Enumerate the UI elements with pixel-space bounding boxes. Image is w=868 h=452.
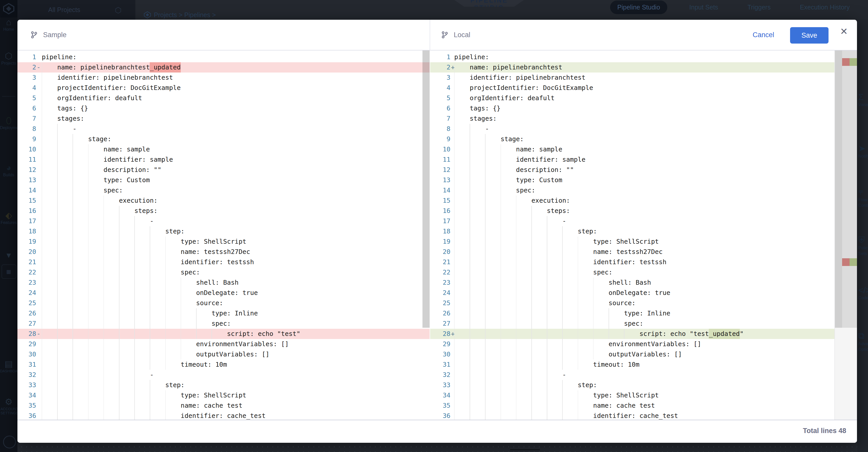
code-line[interactable]: 15 execution: bbox=[18, 195, 430, 206]
code-line[interactable]: 20 name: testssh27Dec bbox=[430, 247, 834, 257]
code-line[interactable]: 34 type: ShellScript bbox=[430, 390, 834, 400]
code-line[interactable]: 33 step: bbox=[430, 380, 834, 390]
code-line[interactable]: 24 onDelegate: true bbox=[430, 288, 834, 298]
code-line[interactable]: 7 stages: bbox=[18, 114, 430, 124]
code-line[interactable]: 16 steps: bbox=[430, 206, 834, 216]
code-line[interactable]: 25 source: bbox=[430, 298, 834, 308]
code-line[interactable]: 22 spec: bbox=[430, 267, 834, 278]
breadcrumb[interactable]: Projects > Pipelines > bbox=[144, 10, 216, 20]
original-editor[interactable]: 1pipeline:2- name: pipelinebranchtest_up… bbox=[18, 51, 430, 420]
tab-execution-history[interactable]: Execution History bbox=[793, 1, 857, 14]
code-line[interactable]: 26 type: Inline bbox=[18, 308, 430, 319]
code-line[interactable]: 21 identifier: testssh bbox=[430, 257, 834, 267]
code-line[interactable]: 9 stage: bbox=[18, 134, 430, 144]
code-line[interactable]: 29 environmentVariables: [] bbox=[430, 339, 834, 349]
code-line[interactable]: 28+ script: echo "test_updated" bbox=[430, 329, 834, 339]
code-line[interactable]: 36 identifier: cache_test bbox=[18, 411, 430, 420]
rail-item-codebase[interactable]: </> Codebase bbox=[858, 285, 868, 301]
code-line[interactable]: 10 name: sample bbox=[18, 144, 430, 155]
close-icon[interactable]: ✕ bbox=[837, 24, 851, 39]
tab-input-sets[interactable]: Input Sets bbox=[682, 1, 725, 14]
code-line[interactable]: 2+ name: pipelinebranchtest bbox=[430, 62, 834, 72]
code-line[interactable]: 2- name: pipelinebranchtest_updated bbox=[18, 62, 430, 72]
rail-item-notify[interactable]: ➤ Notify bbox=[858, 143, 868, 159]
code-line[interactable]: 24 onDelegate: true bbox=[18, 288, 430, 298]
code-line[interactable]: 27 spec: bbox=[18, 319, 430, 329]
code-line[interactable]: 18 step: bbox=[18, 226, 430, 236]
code-line[interactable]: 8 - bbox=[430, 124, 834, 134]
code-line[interactable]: 31 timeout: 10m bbox=[18, 359, 430, 370]
sidebar-item-projects[interactable]: ⬡ Projects bbox=[0, 51, 18, 66]
code-line[interactable]: 16 steps: bbox=[18, 206, 430, 216]
code-line[interactable]: 10 name: sample bbox=[430, 144, 834, 155]
right-scrollbar-thumb[interactable] bbox=[835, 51, 842, 328]
code-line[interactable]: 31 timeout: 10m bbox=[430, 359, 834, 370]
avatar[interactable] bbox=[3, 435, 16, 448]
code-line[interactable]: 25 source: bbox=[18, 298, 430, 308]
code-line[interactable]: 19 type: ShellScript bbox=[430, 236, 834, 247]
modified-editor[interactable]: 1pipeline:2+ name: pipelinebranchtest3 i… bbox=[430, 51, 834, 420]
code-line[interactable]: 34 type: ShellScript bbox=[18, 390, 430, 400]
sidebar-expand-chevron[interactable]: ▾ bbox=[0, 250, 18, 260]
code-line[interactable]: 1pipeline: bbox=[430, 52, 834, 62]
code-line[interactable]: 6 tags: {} bbox=[18, 103, 430, 114]
code-line[interactable]: 12 description: "" bbox=[18, 165, 430, 175]
code-line[interactable]: 11 identifier: sample bbox=[18, 155, 430, 165]
code-line[interactable]: 6 tags: {} bbox=[430, 103, 834, 114]
code-line[interactable]: 14 spec: bbox=[430, 185, 834, 195]
code-line[interactable]: 30 outputVariables: [] bbox=[430, 349, 834, 359]
code-line[interactable]: 12 description: "" bbox=[430, 165, 834, 175]
code-line[interactable]: 13 type: Custom bbox=[18, 175, 430, 185]
code-line[interactable]: 22 spec: bbox=[18, 267, 430, 278]
code-line[interactable]: 21 identifier: testssh bbox=[18, 257, 430, 267]
code-line[interactable]: 17 - bbox=[430, 216, 834, 226]
code-line[interactable]: 5 orgIdentifier: deafult bbox=[430, 93, 834, 103]
code-line[interactable]: 11 identifier: sample bbox=[430, 155, 834, 165]
tab-triggers[interactable]: Triggers bbox=[740, 1, 778, 14]
sidebar-item-account-settings[interactable]: ⚙ ACCOUNT SETTINGS bbox=[0, 397, 18, 415]
code-line[interactable]: 4 projectIdentifier: DocGitExample bbox=[430, 83, 834, 93]
code-line[interactable]: 32 - bbox=[18, 370, 430, 380]
code-line[interactable]: 32 - bbox=[430, 370, 834, 380]
code-line[interactable]: 14 spec: bbox=[18, 185, 430, 195]
module-grid-button[interactable]: ▦ bbox=[2, 264, 17, 279]
code-line[interactable]: 29 environmentVariables: [] bbox=[18, 339, 430, 349]
rail-item-flow-control[interactable]: ⫧ Flow Control bbox=[858, 187, 868, 208]
code-line[interactable]: 17 - bbox=[18, 216, 430, 226]
sidebar-item-home[interactable]: ⌂ Home bbox=[0, 17, 18, 32]
code-line[interactable]: 28- script: echo "test" bbox=[18, 329, 430, 339]
code-line[interactable]: 35 name: cache test bbox=[18, 400, 430, 411]
rail-item-advanced-options[interactable]: ⧉ Advanced Options bbox=[858, 331, 868, 352]
code-line[interactable]: 7 stages: bbox=[430, 114, 834, 124]
code-line[interactable]: 5 orgIdentifier: deafult bbox=[18, 93, 430, 103]
code-line[interactable]: 18 step: bbox=[430, 226, 834, 236]
save-button[interactable]: Save bbox=[790, 27, 829, 43]
tab-pipeline-studio[interactable]: Pipeline Studio bbox=[610, 1, 667, 14]
code-line[interactable]: 27 spec: bbox=[430, 319, 834, 329]
code-line[interactable]: 23 shell: Bash bbox=[430, 278, 834, 288]
harness-logo[interactable] bbox=[0, 0, 18, 18]
code-line[interactable]: 20 name: testssh27Dec bbox=[18, 247, 430, 257]
code-line[interactable]: 4 projectIdentifier: DocGitExample bbox=[18, 83, 430, 93]
code-line[interactable]: 30 outputVariables: [] bbox=[18, 349, 430, 359]
code-line[interactable]: 26 type: Inline bbox=[430, 308, 834, 319]
sidebar-item-dashboards[interactable]: ▤ DASHBOARDS bbox=[0, 359, 18, 373]
rail-item-policy-sets[interactable]: ⛨ Policy Sets bbox=[858, 235, 868, 257]
code-line[interactable]: 8 - bbox=[18, 124, 430, 134]
left-scrollbar-thumb[interactable] bbox=[423, 51, 430, 328]
project-selector[interactable]: All Projects ⬡ bbox=[18, 0, 135, 20]
code-line[interactable]: 9 stage: bbox=[430, 134, 834, 144]
code-line[interactable]: 13 type: Custom bbox=[430, 175, 834, 185]
code-line[interactable]: 33 step: bbox=[18, 380, 430, 390]
code-line[interactable]: 36 identifier: cache_test bbox=[430, 411, 834, 420]
sidebar-item-builds[interactable]: ◕ Builds bbox=[0, 162, 18, 177]
cancel-button[interactable]: Cancel bbox=[745, 28, 781, 41]
sidebar-item-deployments[interactable]: ⬯ Deployments bbox=[0, 115, 18, 130]
code-line[interactable]: 3 identifier: pipelinebranchtest bbox=[430, 72, 834, 83]
code-line[interactable]: 19 type: ShellScript bbox=[18, 236, 430, 247]
rail-item-variables[interactable]: Σ Variables bbox=[858, 92, 868, 108]
sidebar-item-features[interactable]: ⬖ Features bbox=[0, 210, 18, 225]
code-line[interactable]: 15 execution: bbox=[430, 195, 834, 206]
code-line[interactable]: 23 shell: Bash bbox=[18, 278, 430, 288]
code-line[interactable]: 35 name: cache test bbox=[430, 400, 834, 411]
